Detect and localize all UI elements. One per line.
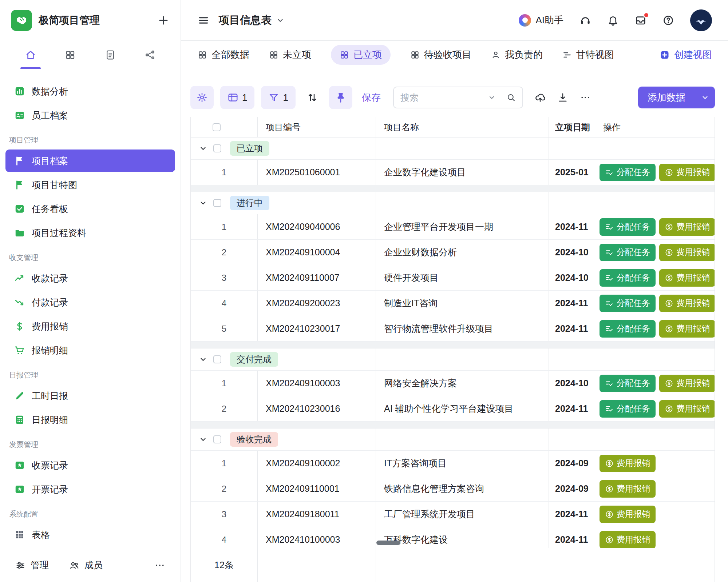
page-title-dropdown[interactable]: 项目信息表	[219, 13, 285, 28]
tab-docs[interactable]	[99, 41, 122, 69]
sidebar-item[interactable]: 数据分析	[5, 80, 175, 103]
more-actions-icon[interactable]	[580, 92, 591, 103]
tab-tables[interactable]	[59, 41, 82, 69]
members-button[interactable]: 成员	[69, 559, 103, 571]
create-view-button[interactable]: 创建视图	[660, 48, 712, 61]
table-row[interactable]: 2 XM202410230016 AI 辅助个性化学习平台建设项目 2024-1…	[191, 396, 715, 422]
expense-claim-button[interactable]: 费用报销	[600, 506, 656, 523]
more-icon[interactable]	[154, 560, 165, 571]
expense-claim-button[interactable]: 费用报销	[600, 531, 656, 548]
sidebar-item[interactable]: 任务看板	[5, 198, 175, 220]
expense-claim-button[interactable]: 费用报销	[600, 480, 656, 498]
search-box[interactable]	[393, 87, 523, 108]
table-row[interactable]: 1 XM202409100002 IT方案咨询项目 2024-09 费用报销	[191, 451, 715, 476]
sidebar-item[interactable]: 项目甘特图	[5, 174, 175, 196]
sidebar-item[interactable]: 表格	[5, 523, 175, 546]
filter-funnel-icon	[268, 92, 279, 103]
add-data-chevron-icon[interactable]	[701, 93, 709, 102]
ai-assistant-button[interactable]: AI助手	[519, 14, 563, 27]
assign-task-button[interactable]: 分配任务	[600, 320, 656, 338]
add-data-button[interactable]: 添加数据	[638, 87, 715, 108]
sidebar-item[interactable]: 付款记录	[5, 291, 175, 314]
assign-task-button[interactable]: 分配任务	[600, 400, 656, 418]
table-row[interactable]: 4 XM202409200023 制造业IT咨询 2024-11 分配任务 费用…	[191, 291, 715, 316]
search-scope-chevron-icon[interactable]	[488, 93, 496, 101]
table-row[interactable]: 3 XM202409110007 硬件开发项目 2024-10 分配任务 费用报…	[191, 265, 715, 291]
help-icon[interactable]	[662, 15, 674, 26]
search-icon[interactable]	[506, 93, 516, 102]
table-row[interactable]: 1 XM202409040006 企业管理平台开发项目一期 2024-11 分配…	[191, 214, 715, 240]
assign-task-button[interactable]: 分配任务	[600, 295, 656, 312]
view-tab[interactable]: 甘特视图	[562, 48, 614, 61]
expense-claim-button[interactable]: 费用报销	[659, 244, 715, 261]
sidebar-item[interactable]: 项目过程资料	[5, 222, 175, 244]
notifications-bell-icon[interactable]	[607, 15, 619, 26]
column-header-code[interactable]: 项目编号	[258, 117, 376, 137]
sidebar-item[interactable]: 报销明细	[5, 339, 175, 362]
expense-claim-button[interactable]: 费用报销	[659, 218, 715, 236]
view-tab[interactable]: 全部数据	[198, 48, 249, 61]
tab-workflow[interactable]	[138, 41, 162, 69]
table-row[interactable]: 3 XM202409180011 工厂管理系统开发项目 2024-11 费用报销	[191, 502, 715, 527]
table-row[interactable]: 1 XM202409100003 网络安全解决方案 2024-10 分配任务 费…	[191, 371, 715, 396]
assign-task-button[interactable]: 分配任务	[600, 164, 656, 181]
manage-button[interactable]: 管理	[15, 559, 49, 571]
export-download-icon[interactable]	[557, 92, 568, 103]
expense-claim-icon	[665, 274, 673, 282]
view-tab[interactable]: 未立项	[269, 48, 311, 61]
expense-claim-button[interactable]: 费用报销	[659, 269, 715, 287]
menu-toggle-icon[interactable]	[198, 15, 209, 26]
sidebar-item[interactable]: 收款记录	[5, 267, 175, 290]
expense-claim-button[interactable]: 费用报销	[659, 295, 715, 312]
view-tab[interactable]: 待验收项目	[410, 48, 471, 61]
filter-button[interactable]: 1	[261, 86, 295, 109]
group-checkbox[interactable]	[213, 144, 221, 152]
import-upload-icon[interactable]	[535, 92, 546, 103]
collapse-chevron-icon[interactable]	[199, 435, 207, 444]
expense-claim-button[interactable]: 费用报销	[600, 455, 656, 472]
inbox-button[interactable]	[635, 15, 646, 26]
collapse-chevron-icon[interactable]	[199, 199, 207, 207]
expense-claim-button[interactable]: 费用报销	[659, 375, 715, 392]
fields-config-button[interactable]: 1	[220, 86, 254, 109]
column-header-date[interactable]: 立项日期	[549, 117, 595, 137]
assign-task-button[interactable]: 分配任务	[600, 269, 656, 287]
settings-button[interactable]	[190, 86, 214, 109]
assign-task-button[interactable]: 分配任务	[600, 218, 656, 236]
sidebar-item[interactable]: 费用报销	[5, 315, 175, 338]
assign-task-button[interactable]: 分配任务	[600, 375, 656, 392]
collapse-chevron-icon[interactable]	[199, 144, 207, 153]
table-row[interactable]: 2 XM202409100004 企业业财数据分析 2024-10 分配任务 费…	[191, 240, 715, 265]
support-headset-icon[interactable]	[579, 15, 591, 26]
group-checkbox[interactable]	[213, 355, 221, 363]
expense-claim-button[interactable]: 费用报销	[659, 400, 715, 418]
table-row[interactable]: 5 XM202410230017 智行物流管理软件升级项目 2024-11 分配…	[191, 316, 715, 342]
sidebar-item[interactable]: 收票记录	[5, 454, 175, 477]
group-checkbox[interactable]	[213, 199, 221, 207]
save-view-button[interactable]: 保存	[362, 91, 381, 104]
tab-home[interactable]	[19, 41, 42, 69]
sidebar-item[interactable]: 开票记录	[5, 478, 175, 501]
table-row[interactable]: 1 XM202501060001 企业数字化建设项目 2025-01 分配任务 …	[191, 160, 715, 185]
view-tab[interactable]: 我负责的	[491, 48, 543, 61]
search-input[interactable]	[400, 92, 483, 103]
table-row[interactable]: 2 XM202409110001 铁路信息化管理方案咨询 2024-09 费用报…	[191, 476, 715, 502]
expense-claim-button[interactable]: 费用报销	[659, 320, 715, 338]
sidebar-item[interactable]: 日报明细	[5, 408, 175, 431]
group-checkbox[interactable]	[213, 435, 221, 443]
select-all-checkbox[interactable]	[213, 123, 221, 131]
view-tab[interactable]: 已立项	[331, 45, 391, 65]
add-workspace-icon[interactable]	[157, 14, 170, 27]
assign-task-button[interactable]: 分配任务	[600, 244, 656, 261]
sort-button[interactable]	[302, 86, 323, 109]
collapse-chevron-icon[interactable]	[199, 355, 207, 364]
sidebar-item[interactable]: 工时日报	[5, 384, 175, 407]
pin-button[interactable]	[329, 86, 352, 109]
user-avatar[interactable]	[690, 9, 712, 31]
sidebar-item[interactable]: 项目档案	[5, 150, 175, 172]
expense-claim-button[interactable]: 费用报销	[659, 164, 715, 181]
table-row[interactable]: 4 XM202410100003 万科数字化建设 2024-11 费用报销	[191, 527, 715, 548]
sidebar-item[interactable]: 员工档案	[5, 104, 175, 127]
horizontal-scrollbar-thumb[interactable]	[376, 541, 400, 545]
column-header-name[interactable]: 项目名称	[376, 117, 549, 137]
